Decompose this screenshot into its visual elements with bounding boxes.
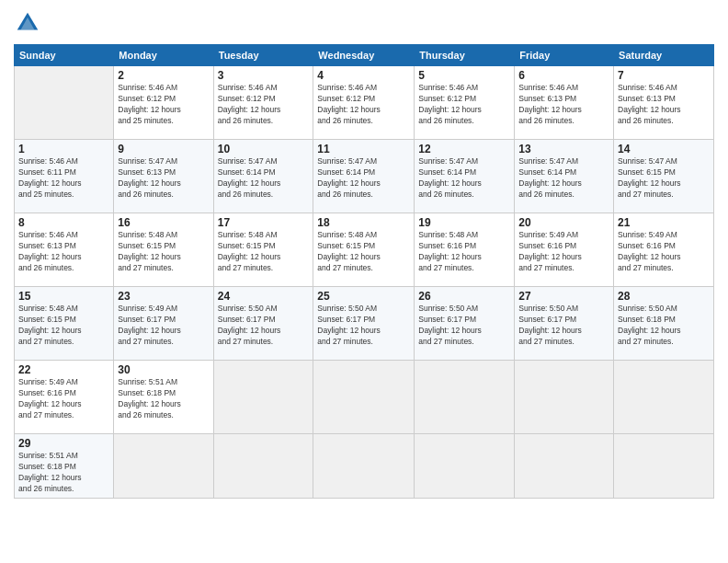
day-info: Sunrise: 5:49 AMSunset: 6:16 PMDaylight:…: [18, 377, 109, 421]
calendar-week-row: 29Sunrise: 5:51 AMSunset: 6:18 PMDayligh…: [15, 434, 714, 499]
day-number: 17: [218, 216, 310, 229]
calendar-cell: 9Sunrise: 5:47 AMSunset: 6:13 PMDaylight…: [114, 140, 213, 213]
day-info: Sunrise: 5:49 AMSunset: 6:16 PMDaylight:…: [618, 230, 710, 274]
day-info: Sunrise: 5:47 AMSunset: 6:14 PMDaylight:…: [218, 156, 310, 201]
day-info: Sunrise: 5:46 AMSunset: 6:13 PMDaylight:…: [518, 83, 609, 127]
col-tuesday: Tuesday: [213, 45, 313, 66]
page: Sunday Monday Tuesday Wednesday Thursday…: [0, 0, 728, 563]
day-info: Sunrise: 5:48 AMSunset: 6:15 PMDaylight:…: [118, 230, 209, 274]
day-number: 30: [118, 363, 209, 376]
calendar-week-row: 1Sunrise: 5:46 AMSunset: 6:11 PMDaylight…: [15, 140, 714, 213]
calendar-week-row: 22Sunrise: 5:49 AMSunset: 6:16 PMDayligh…: [15, 361, 714, 434]
calendar-header-row: Sunday Monday Tuesday Wednesday Thursday…: [15, 45, 714, 66]
calendar-cell: [213, 434, 313, 499]
day-info: Sunrise: 5:46 AMSunset: 6:13 PMDaylight:…: [618, 83, 710, 127]
day-number: 28: [618, 290, 710, 303]
calendar-cell: 19Sunrise: 5:48 AMSunset: 6:16 PMDayligh…: [415, 213, 515, 287]
calendar-cell: 29Sunrise: 5:51 AMSunset: 6:18 PMDayligh…: [15, 434, 114, 499]
day-number: 13: [518, 143, 609, 155]
day-number: 1: [18, 143, 109, 155]
calendar-cell: 1Sunrise: 5:46 AMSunset: 6:11 PMDaylight…: [15, 140, 114, 213]
day-number: 12: [418, 143, 510, 155]
day-number: 27: [518, 290, 609, 303]
day-number: 14: [618, 143, 710, 155]
day-info: Sunrise: 5:47 AMSunset: 6:14 PMDaylight:…: [418, 156, 510, 201]
day-info: Sunrise: 5:46 AMSunset: 6:12 PMDaylight:…: [118, 83, 209, 127]
calendar-cell: 20Sunrise: 5:49 AMSunset: 6:16 PMDayligh…: [515, 213, 614, 287]
day-info: Sunrise: 5:50 AMSunset: 6:17 PMDaylight:…: [418, 304, 510, 348]
calendar-cell: 5Sunrise: 5:46 AMSunset: 6:12 PMDaylight…: [415, 66, 515, 140]
day-number: 15: [18, 290, 109, 303]
calendar-table: Sunday Monday Tuesday Wednesday Thursday…: [14, 44, 714, 499]
calendar-cell: 30Sunrise: 5:51 AMSunset: 6:18 PMDayligh…: [114, 361, 213, 434]
day-info: Sunrise: 5:50 AMSunset: 6:17 PMDaylight:…: [317, 304, 410, 348]
day-number: 18: [317, 216, 410, 229]
calendar-cell: 18Sunrise: 5:48 AMSunset: 6:15 PMDayligh…: [313, 213, 415, 287]
day-info: Sunrise: 5:46 AMSunset: 6:13 PMDaylight:…: [18, 230, 109, 274]
col-thursday: Thursday: [415, 45, 515, 66]
day-info: Sunrise: 5:47 AMSunset: 6:13 PMDaylight:…: [118, 156, 209, 201]
day-number: 2: [118, 69, 209, 82]
calendar-cell: 7Sunrise: 5:46 AMSunset: 6:13 PMDaylight…: [614, 66, 714, 140]
col-sunday: Sunday: [15, 45, 114, 66]
calendar-cell: 17Sunrise: 5:48 AMSunset: 6:15 PMDayligh…: [213, 213, 313, 287]
day-number: 3: [218, 69, 310, 82]
day-info: Sunrise: 5:46 AMSunset: 6:12 PMDaylight:…: [418, 83, 510, 127]
day-info: Sunrise: 5:51 AMSunset: 6:18 PMDaylight:…: [118, 377, 209, 421]
calendar-cell: [15, 66, 114, 140]
day-number: 4: [317, 69, 410, 82]
col-monday: Monday: [114, 45, 213, 66]
day-number: 16: [118, 216, 209, 229]
calendar-cell: 8Sunrise: 5:46 AMSunset: 6:13 PMDaylight…: [15, 213, 114, 287]
calendar-cell: 22Sunrise: 5:49 AMSunset: 6:16 PMDayligh…: [15, 361, 114, 434]
day-number: 19: [418, 216, 510, 229]
day-info: Sunrise: 5:51 AMSunset: 6:18 PMDaylight:…: [18, 451, 109, 495]
calendar-cell: 23Sunrise: 5:49 AMSunset: 6:17 PMDayligh…: [114, 287, 213, 361]
calendar-cell: 6Sunrise: 5:46 AMSunset: 6:13 PMDaylight…: [515, 66, 614, 140]
day-info: Sunrise: 5:50 AMSunset: 6:17 PMDaylight:…: [218, 304, 310, 348]
day-info: Sunrise: 5:48 AMSunset: 6:15 PMDaylight:…: [317, 230, 410, 274]
calendar-cell: [415, 361, 515, 434]
day-number: 10: [218, 143, 310, 155]
calendar-cell: 16Sunrise: 5:48 AMSunset: 6:15 PMDayligh…: [114, 213, 213, 287]
calendar-cell: [515, 434, 614, 499]
logo-icon: [14, 9, 41, 37]
col-saturday: Saturday: [614, 45, 714, 66]
calendar-cell: 3Sunrise: 5:46 AMSunset: 6:12 PMDaylight…: [213, 66, 313, 140]
day-info: Sunrise: 5:48 AMSunset: 6:15 PMDaylight:…: [218, 230, 310, 274]
day-info: Sunrise: 5:47 AMSunset: 6:14 PMDaylight:…: [518, 156, 609, 201]
calendar-cell: [515, 361, 614, 434]
calendar-cell: 12Sunrise: 5:47 AMSunset: 6:14 PMDayligh…: [415, 140, 515, 213]
calendar-cell: 14Sunrise: 5:47 AMSunset: 6:15 PMDayligh…: [614, 140, 714, 213]
day-number: 5: [418, 69, 510, 82]
calendar-cell: 13Sunrise: 5:47 AMSunset: 6:14 PMDayligh…: [515, 140, 614, 213]
calendar-cell: 26Sunrise: 5:50 AMSunset: 6:17 PMDayligh…: [415, 287, 515, 361]
day-info: Sunrise: 5:46 AMSunset: 6:12 PMDaylight:…: [317, 83, 410, 127]
day-number: 24: [218, 290, 310, 303]
calendar-cell: 2Sunrise: 5:46 AMSunset: 6:12 PMDaylight…: [114, 66, 213, 140]
calendar-cell: [313, 434, 415, 499]
calendar-week-row: 15Sunrise: 5:48 AMSunset: 6:15 PMDayligh…: [15, 287, 714, 361]
logo: [14, 9, 45, 37]
day-number: 7: [618, 69, 710, 82]
calendar-cell: 10Sunrise: 5:47 AMSunset: 6:14 PMDayligh…: [213, 140, 313, 213]
day-info: Sunrise: 5:49 AMSunset: 6:16 PMDaylight:…: [518, 230, 609, 274]
day-number: 11: [317, 143, 410, 155]
day-number: 25: [317, 290, 410, 303]
calendar-cell: 25Sunrise: 5:50 AMSunset: 6:17 PMDayligh…: [313, 287, 415, 361]
calendar-cell: 24Sunrise: 5:50 AMSunset: 6:17 PMDayligh…: [213, 287, 313, 361]
calendar-cell: [313, 361, 415, 434]
day-info: Sunrise: 5:50 AMSunset: 6:18 PMDaylight:…: [618, 304, 710, 348]
calendar-week-row: 8Sunrise: 5:46 AMSunset: 6:13 PMDaylight…: [15, 213, 714, 287]
day-number: 29: [18, 437, 109, 450]
calendar-cell: 11Sunrise: 5:47 AMSunset: 6:14 PMDayligh…: [313, 140, 415, 213]
day-info: Sunrise: 5:47 AMSunset: 6:15 PMDaylight:…: [618, 156, 710, 201]
header: [14, 9, 714, 37]
day-number: 23: [118, 290, 209, 303]
day-info: Sunrise: 5:47 AMSunset: 6:14 PMDaylight:…: [317, 156, 410, 201]
calendar-cell: [213, 361, 313, 434]
day-info: Sunrise: 5:46 AMSunset: 6:12 PMDaylight:…: [218, 83, 310, 127]
day-number: 8: [18, 216, 109, 229]
col-wednesday: Wednesday: [313, 45, 415, 66]
calendar-cell: 4Sunrise: 5:46 AMSunset: 6:12 PMDaylight…: [313, 66, 415, 140]
